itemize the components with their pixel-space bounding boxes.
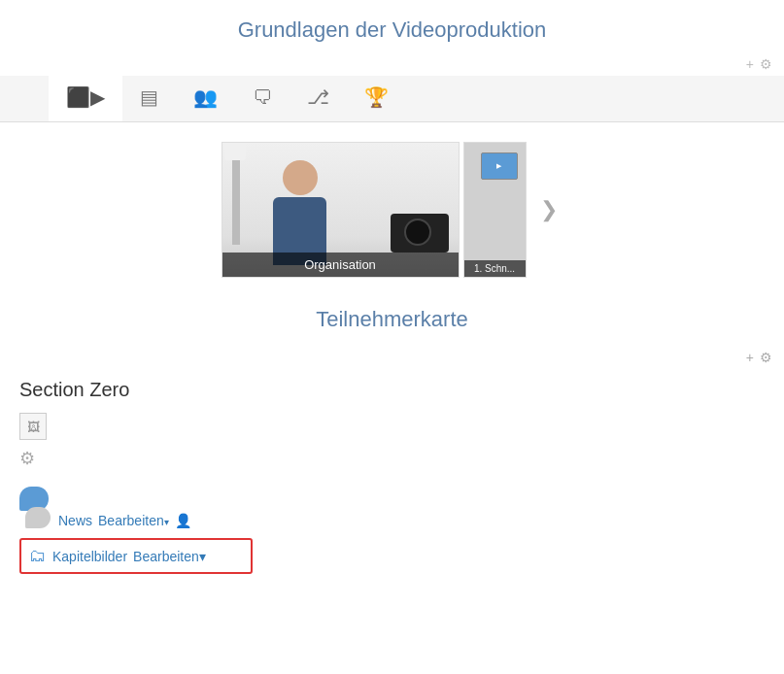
kapitelbilder-bearbeiten-link[interactable]: Bearbeiten▾ — [133, 549, 206, 564]
settings-gear-icon[interactable]: ⚙ — [19, 448, 765, 469]
tab-video[interactable]: ⬛▶ — [49, 76, 122, 121]
section-add-icon[interactable]: + — [746, 350, 754, 365]
video-thumb-label: Organisation — [222, 253, 459, 277]
light-stand — [232, 148, 240, 245]
nav-tabs: ⬛▶ ▤ 👥 🗨 ⎇ 🏆 — [0, 76, 784, 122]
bubble-gray — [25, 507, 51, 528]
video-icon: ⬛▶ — [66, 85, 105, 109]
tab-share[interactable]: ⎇ — [290, 76, 347, 121]
page-title: Grundlagen der Videoproduktion — [0, 0, 784, 54]
kapitelbilder-dropdown-arrow: ▾ — [199, 549, 206, 564]
bearbeiten-dropdown-arrow: ▾ — [164, 517, 169, 527]
mini-screen: ▶ — [481, 152, 518, 180]
bearbeiten-link[interactable]: Bearbeiten▾ — [98, 513, 169, 528]
kapitelbilder-link[interactable]: Kapitelbilder — [52, 549, 127, 564]
video-section: Organisation ▶ 1. Schn... ❯ — [0, 122, 784, 287]
teilnehmerkarte-heading: Teilnehmerkarte — [0, 287, 784, 348]
small-image-placeholder: 🖼 — [19, 413, 47, 440]
tab-content[interactable]: ▤ — [122, 76, 176, 121]
bearbeiten-label: Bearbeiten — [98, 513, 164, 528]
share-icon: ⎇ — [307, 85, 329, 109]
chat-bubbles — [19, 487, 51, 528]
main-content: Organisation ▶ 1. Schn... ❯ Teilnehmerka… — [0, 122, 784, 584]
camera-lens — [404, 219, 431, 246]
kapitelbilder-bearbeiten-label: Bearbeiten — [133, 549, 199, 564]
folder-icon: 🗂 — [29, 546, 47, 566]
chevron-right-icon[interactable]: ❯ — [534, 142, 563, 278]
top-controls: + ⚙ — [0, 54, 784, 76]
person-icon: 👤 — [175, 513, 191, 528]
gear-icon[interactable]: ⚙ — [760, 56, 772, 72]
tab-chat[interactable]: 🗨 — [235, 76, 290, 121]
section-gear-icon[interactable]: ⚙ — [760, 350, 772, 365]
section-controls: + ⚙ — [0, 348, 784, 369]
video-thumbnails: Organisation ▶ 1. Schn... ❯ — [222, 142, 563, 278]
video-thumb-small-label: 1. Schn... — [464, 260, 526, 277]
news-link[interactable]: News — [58, 513, 92, 528]
bottom-row: News Bearbeiten▾ 👤 — [19, 479, 765, 532]
participants-icon: 👥 — [193, 85, 218, 109]
section-zero: Section Zero 🖼 ⚙ News Bearbeiten▾ 👤 🗂 — [0, 369, 784, 584]
tab-participants[interactable]: 👥 — [176, 76, 235, 121]
section-zero-title: Section Zero — [19, 379, 765, 401]
chat-icon: 🗨 — [253, 86, 272, 109]
tab-empty[interactable] — [8, 76, 49, 121]
video-thumb-small[interactable]: ▶ 1. Schn... — [463, 142, 527, 278]
add-icon[interactable]: + — [746, 56, 754, 72]
trophy-icon: 🏆 — [364, 85, 389, 109]
light-head — [224, 143, 246, 160]
kapitelbilder-row: 🗂 Kapitelbilder Bearbeiten▾ — [19, 538, 253, 574]
tab-trophy[interactable]: 🏆 — [347, 76, 406, 121]
video-thumb-main[interactable]: Organisation — [222, 142, 460, 278]
item-links: News Bearbeiten▾ 👤 — [58, 513, 191, 528]
image-icon: 🖼 — [27, 420, 40, 434]
content-icon: ▤ — [140, 85, 158, 109]
person-head — [283, 160, 318, 195]
